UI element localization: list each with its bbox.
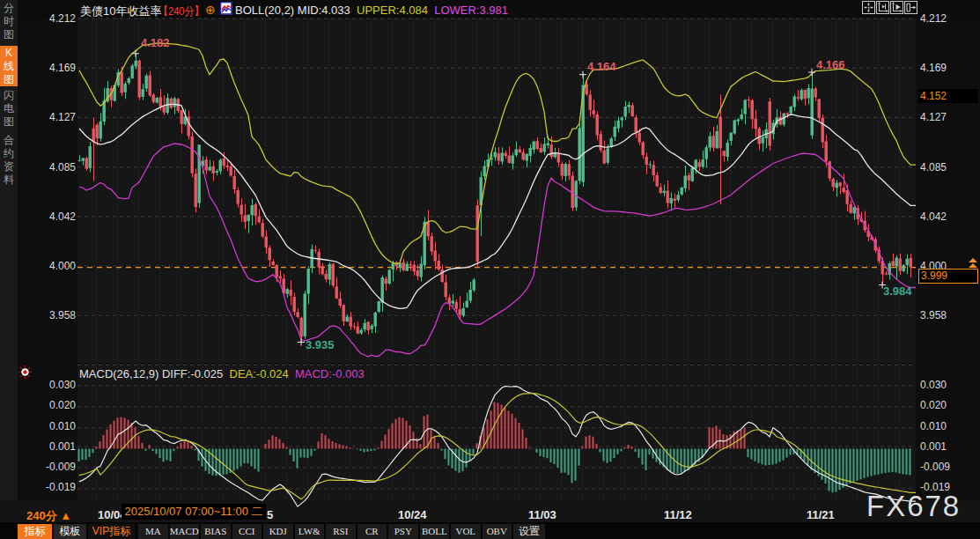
svg-text:3.984: 3.984 [883, 284, 912, 298]
svg-text:4.182: 4.182 [141, 36, 170, 49]
svg-text:4.166: 4.166 [816, 58, 845, 71]
svg-text:3.935: 3.935 [306, 338, 335, 351]
svg-text:4.164: 4.164 [587, 60, 616, 73]
